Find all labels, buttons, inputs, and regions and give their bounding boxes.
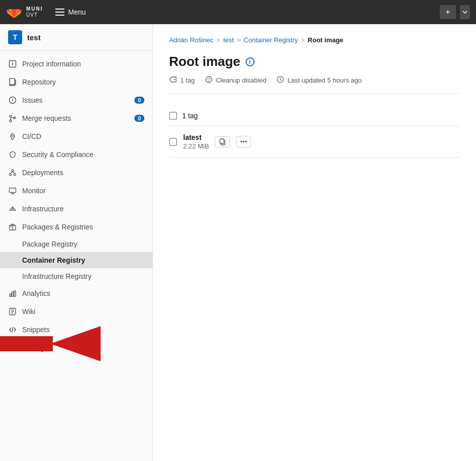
sidebar-subitem-container-registry[interactable]: Container Registry <box>0 252 152 268</box>
menu-button[interactable]: Menu <box>51 6 90 18</box>
sidebar-item-label: Merge requests <box>22 114 129 122</box>
cleanup-icon <box>205 75 213 85</box>
merge-icon <box>8 114 17 123</box>
tag-checkbox[interactable] <box>169 138 177 146</box>
sidebar-item-label: Security & Compliance <box>22 150 144 159</box>
issues-icon <box>8 96 17 105</box>
top-nav-actions: + <box>440 5 470 19</box>
svg-point-44 <box>12 347 14 349</box>
sidebar-subitem-label: Package Registry <box>22 240 77 248</box>
last-updated-meta: Last updated 5 hours ago <box>276 75 361 85</box>
sidebar-item-label: Issues <box>22 96 129 104</box>
svg-rect-38 <box>14 291 16 296</box>
logo-area: MUNI ÚVT <box>6 4 43 20</box>
settings-icon <box>8 343 17 352</box>
breadcrumb-current: Root image <box>308 36 344 44</box>
sidebar-item-issues[interactable]: Issues 0 <box>0 91 152 109</box>
chevron-down-icon <box>462 11 467 14</box>
sidebar-item-monitor[interactable]: Monitor <box>0 182 152 200</box>
wiki-icon <box>8 307 17 316</box>
sidebar: T test Project information Repository <box>0 24 153 461</box>
svg-point-23 <box>12 170 14 172</box>
svg-point-19 <box>10 120 12 122</box>
sidebar-item-infrastructure[interactable]: Infrastructure <box>0 200 152 218</box>
clock-icon <box>276 75 284 85</box>
project-header: T test <box>0 24 152 51</box>
sidebar-item-packages-registries[interactable]: Packages & Registries <box>0 218 152 236</box>
sidebar-item-label: Project information <box>22 60 144 68</box>
tag-info: latest 2.22 MiB <box>183 133 209 150</box>
info-square-icon <box>8 59 17 68</box>
tag-name: latest <box>183 133 209 141</box>
sidebar-item-label: Monitor <box>22 187 144 195</box>
sidebar-subitem-package-registry[interactable]: Package Registry <box>0 236 152 252</box>
tag-count-row: 1 tag <box>169 106 460 126</box>
issues-badge: 0 <box>134 97 144 104</box>
select-all-checkbox[interactable] <box>169 112 177 120</box>
tag-meta-icon <box>169 76 177 85</box>
sidebar-item-security[interactable]: Security & Compliance <box>0 145 152 164</box>
sidebar-nav: Project information Repository Issues 0 <box>0 51 152 361</box>
sidebar-item-label: CI/CD <box>22 132 144 140</box>
svg-line-27 <box>13 172 15 174</box>
project-avatar: T <box>8 30 22 44</box>
sidebar-item-label: Wiki <box>22 308 144 316</box>
svg-point-25 <box>14 174 16 176</box>
new-item-button[interactable]: + <box>440 5 456 19</box>
last-updated-value: Last updated 5 hours ago <box>287 76 361 84</box>
bar-chart-icon <box>8 289 17 298</box>
main-layout: T test Project information Repository <box>0 24 476 461</box>
svg-point-18 <box>10 115 12 117</box>
gitlab-logo <box>6 4 22 20</box>
sidebar-item-snippets[interactable]: Snippets <box>0 321 152 339</box>
monitor-icon <box>8 186 17 195</box>
shield-icon <box>8 150 17 159</box>
content-area: Adrián Rošinec > test > Container Regist… <box>153 24 476 461</box>
sidebar-item-cicd[interactable]: CI/CD <box>0 127 152 145</box>
svg-point-11 <box>12 62 13 63</box>
copy-digest-button[interactable] <box>215 136 230 147</box>
sidebar-item-repository[interactable]: Repository <box>0 73 152 91</box>
new-item-dropdown-button[interactable] <box>460 5 470 19</box>
hamburger-icon <box>55 9 64 16</box>
breadcrumb-link-user[interactable]: Adrián Rošinec <box>169 36 213 44</box>
sidebar-item-project-information[interactable]: Project information <box>0 55 152 73</box>
breadcrumb-link-registry[interactable]: Container Registry <box>244 36 298 44</box>
svg-rect-28 <box>10 188 16 193</box>
merge-requests-badge: 0 <box>134 115 144 122</box>
snippets-icon <box>8 325 17 334</box>
svg-point-17 <box>12 101 13 102</box>
tag-count-header: 1 tag <box>182 112 198 120</box>
sidebar-item-deployments[interactable]: Deployments <box>0 164 152 182</box>
sidebar-item-label: Settings <box>22 344 144 352</box>
tag-count-meta: 1 tag <box>169 76 195 85</box>
project-name: test <box>27 33 41 42</box>
tag-row: latest 2.22 MiB ••• <box>169 126 460 158</box>
sidebar-item-label: Deployments <box>22 169 144 177</box>
sidebar-item-merge-requests[interactable]: Merge requests 0 <box>0 109 152 127</box>
svg-line-26 <box>11 172 13 174</box>
page-title-row: Root image i <box>169 54 460 69</box>
top-navigation: MUNI ÚVT Menu + <box>0 0 476 24</box>
svg-point-46 <box>206 76 212 83</box>
svg-point-24 <box>10 174 12 176</box>
svg-rect-36 <box>10 294 11 296</box>
svg-point-32 <box>12 208 14 209</box>
sidebar-subitem-infrastructure-registry[interactable]: Infrastructure Registry <box>0 268 152 284</box>
info-icon[interactable]: i <box>246 57 255 66</box>
sidebar-item-wiki[interactable]: Wiki <box>0 302 152 321</box>
svg-point-45 <box>174 79 175 80</box>
sidebar-item-label: Packages & Registries <box>22 223 144 231</box>
sidebar-subitem-label: Container Registry <box>22 256 85 264</box>
svg-rect-50 <box>220 139 224 143</box>
tag-size: 2.22 MiB <box>183 142 209 150</box>
svg-line-43 <box>12 327 13 332</box>
sidebar-item-label: Infrastructure <box>22 205 144 213</box>
sidebar-item-settings[interactable]: Settings <box>0 339 152 357</box>
breadcrumb-link-project[interactable]: test <box>223 36 234 44</box>
more-options-button[interactable]: ••• <box>236 136 251 147</box>
deployments-icon <box>8 168 17 177</box>
cleanup-meta: Cleanup disabled <box>205 75 266 85</box>
infrastructure-icon <box>8 204 17 213</box>
sidebar-item-analytics[interactable]: Analytics <box>0 284 152 302</box>
